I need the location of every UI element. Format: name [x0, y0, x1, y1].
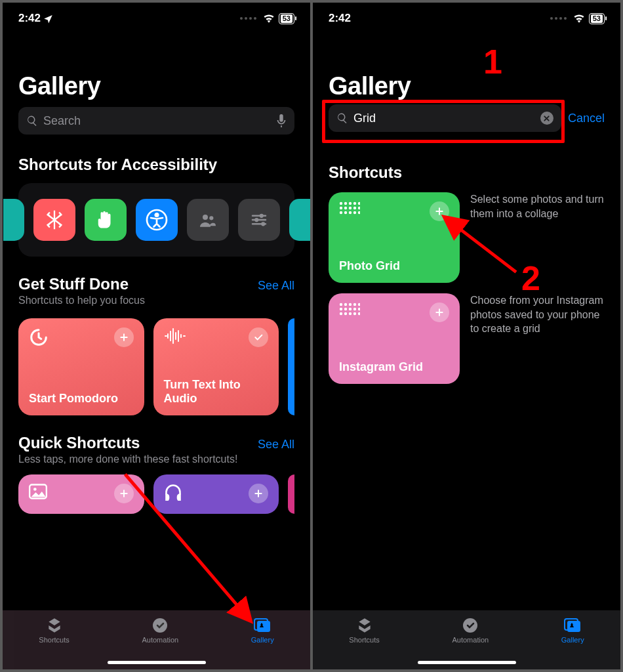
- card-label: Turn Text Into Audio: [164, 378, 269, 406]
- cancel-button[interactable]: Cancel: [568, 112, 605, 125]
- search-input[interactable]: Search: [18, 107, 294, 135]
- screenshot-right: 2:42 53 Gallery Grid Cancel Shortcuts: [313, 3, 620, 669]
- snowflake-icon: [33, 199, 75, 241]
- add-icon[interactable]: [114, 327, 134, 347]
- accessibility-card[interactable]: [18, 183, 294, 257]
- grid-icon: [339, 201, 360, 215]
- status-bar: 2:42 53: [3, 3, 310, 34]
- page-title: Gallery: [329, 72, 605, 100]
- svg-point-18: [340, 207, 342, 209]
- svg-point-8: [33, 488, 37, 491]
- image-icon: [29, 484, 47, 499]
- tab-shortcuts[interactable]: Shortcuts: [39, 617, 69, 644]
- shortcut-card-purple[interactable]: [153, 474, 279, 514]
- automation-tab-icon: [152, 618, 168, 633]
- status-bar: 2:42 53: [313, 3, 620, 34]
- home-indicator[interactable]: [108, 661, 206, 664]
- annotation-number-2: 2: [521, 259, 540, 298]
- svg-point-20: [349, 207, 352, 209]
- accessibility-icon: [136, 199, 178, 241]
- svg-point-33: [340, 308, 342, 310]
- svg-point-31: [353, 303, 356, 306]
- svg-point-29: [344, 303, 347, 306]
- location-icon: [43, 14, 53, 24]
- tab-label: Automation: [142, 636, 178, 644]
- tab-label: Gallery: [561, 636, 584, 644]
- mic-icon[interactable]: [276, 114, 287, 127]
- screenshot-left: 2:42 53 Gallery Search Shortcuts for Acc…: [3, 3, 310, 669]
- svg-point-34: [344, 308, 347, 310]
- wifi-icon: [263, 14, 275, 23]
- see-all-link[interactable]: See All: [258, 438, 294, 452]
- svg-point-19: [344, 207, 347, 209]
- tab-gallery[interactable]: Gallery: [251, 617, 274, 644]
- svg-point-39: [344, 312, 347, 315]
- shortcut-card-audio[interactable]: Turn Text Into Audio: [153, 318, 279, 415]
- home-indicator[interactable]: [418, 661, 516, 664]
- svg-point-9: [153, 618, 167, 633]
- add-icon[interactable]: [430, 303, 449, 322]
- add-icon[interactable]: [430, 201, 449, 221]
- app-icon: [289, 199, 310, 241]
- waveform-icon: [164, 327, 186, 345]
- shortcut-card-pomodoro[interactable]: Start Pomodoro: [18, 318, 144, 415]
- gallery-tab-icon: [564, 618, 581, 633]
- add-icon[interactable]: [249, 484, 268, 503]
- svg-point-24: [344, 211, 347, 214]
- svg-point-14: [344, 202, 347, 205]
- tab-automation[interactable]: Automation: [452, 617, 489, 644]
- svg-point-40: [349, 312, 352, 315]
- cellular-dots-icon: [550, 17, 567, 20]
- svg-point-36: [353, 308, 356, 310]
- svg-point-35: [349, 308, 352, 310]
- automation-tab-icon: [462, 618, 478, 633]
- svg-point-16: [353, 202, 356, 205]
- page-title: Gallery: [18, 72, 294, 100]
- card-label: Instagram Grid: [339, 360, 449, 375]
- see-all-link[interactable]: See All: [258, 279, 294, 293]
- gallery-tab-icon: [254, 618, 271, 633]
- svg-point-6: [262, 222, 264, 225]
- status-time: 2:42: [18, 12, 41, 25]
- svg-point-41: [353, 312, 356, 315]
- svg-point-28: [340, 303, 342, 306]
- shortcuts-tab-icon: [46, 618, 63, 633]
- section-title-results: Shortcuts: [329, 163, 605, 182]
- svg-point-27: [358, 211, 360, 214]
- card-label: Start Pomodoro: [29, 392, 134, 406]
- svg-point-17: [358, 202, 360, 205]
- section-title-getstuff: Get Stuff Done: [18, 275, 145, 293]
- result-description: Select some photos and turn them into a …: [470, 192, 605, 220]
- section-title-quick: Quick Shortcuts: [18, 434, 237, 452]
- add-icon[interactable]: [114, 484, 134, 503]
- shortcut-card-pink[interactable]: [18, 474, 144, 514]
- tab-label: Automation: [452, 636, 489, 644]
- svg-point-43: [463, 618, 477, 633]
- tab-automation[interactable]: Automation: [142, 617, 178, 644]
- svg-point-4: [260, 215, 262, 217]
- svg-point-13: [340, 202, 342, 205]
- hand-icon: [85, 199, 127, 241]
- check-icon: [249, 327, 268, 347]
- grid-icon: [339, 303, 360, 316]
- tab-gallery[interactable]: Gallery: [561, 617, 584, 644]
- svg-point-1: [155, 213, 158, 217]
- section-title-accessibility: Shortcuts for Accessibility: [18, 156, 217, 174]
- svg-point-42: [358, 312, 360, 315]
- headphones-icon: [164, 484, 182, 501]
- wifi-icon: [573, 14, 585, 23]
- tab-shortcuts[interactable]: Shortcuts: [349, 617, 379, 644]
- card-sliver: [288, 318, 294, 415]
- card-label: Photo Grid: [339, 259, 449, 274]
- svg-point-38: [340, 312, 342, 315]
- shortcut-card-instagram-grid[interactable]: Instagram Grid: [329, 293, 460, 384]
- card-sliver: [288, 474, 294, 514]
- svg-point-25: [349, 211, 352, 214]
- result-description: Choose from your Instagram photos saved …: [470, 293, 605, 336]
- tab-bar: Shortcuts Automation Gallery: [3, 610, 310, 669]
- battery-icon: 53: [589, 13, 605, 24]
- svg-point-22: [358, 207, 360, 209]
- people-icon: [187, 199, 229, 241]
- app-icon: [3, 199, 24, 241]
- shortcut-card-photo-grid[interactable]: Photo Grid: [329, 192, 460, 283]
